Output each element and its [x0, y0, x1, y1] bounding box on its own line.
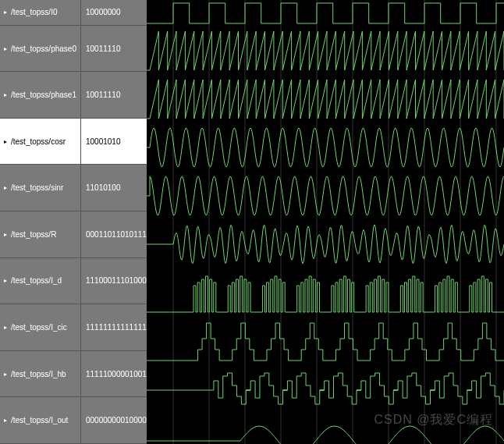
waveform-svg: [147, 0, 504, 444]
signal-name-cell[interactable]: ▸/test_topss/cosr: [0, 119, 81, 165]
signal-name-label: /test_topss/phase1: [11, 91, 76, 99]
expand-icon[interactable]: ▸: [2, 184, 9, 191]
signal-name-label: /test_topss/phase0: [11, 44, 76, 53]
signal-name-cell[interactable]: ▸/test_topss/I0: [0, 0, 81, 25]
signal-name-cell[interactable]: ▸/test_topss/sinr: [0, 165, 81, 211]
waveform-area[interactable]: [147, 0, 504, 444]
signal-name-cell[interactable]: ▸/test_topss/I_d: [0, 258, 81, 304]
signal-name-label: /test_topss/I_cic: [11, 323, 67, 332]
signal-name-cell[interactable]: ▸/test_topss/phase1: [0, 72, 81, 118]
signal-row[interactable]: ▸/test_topss/I_cic1111111111111111: [0, 304, 147, 351]
signal-value-label: 10011110: [86, 44, 121, 53]
signal-value-label: 10001010: [86, 137, 121, 146]
signal-value-label: 0000000001000010: [86, 416, 147, 424]
signal-value-label: 1111100000100101: [86, 370, 147, 378]
expand-icon[interactable]: ▸: [2, 138, 9, 145]
signal-name-cell[interactable]: ▸/test_topss/R: [0, 211, 81, 258]
signal-value-cell[interactable]: 10000000: [81, 0, 147, 25]
signal-name-label: /test_topss/I_hb: [11, 370, 66, 378]
signal-row[interactable]: ▸/test_topss/R00011011010111: [0, 211, 147, 258]
signal-value-label: 11100011101000: [86, 276, 147, 285]
signal-name-label: /test_topss/I_d: [11, 276, 62, 285]
expand-icon[interactable]: ▸: [2, 45, 9, 52]
signal-value-cell[interactable]: 10001010: [81, 119, 147, 165]
signal-value-label: 10000000: [86, 8, 121, 16]
signal-value-cell[interactable]: 11100011101000: [81, 258, 147, 304]
signal-name-label: /test_topss/I0: [11, 8, 57, 16]
signal-value-cell[interactable]: 00011011010111: [81, 211, 147, 258]
expand-icon[interactable]: ▸: [2, 91, 9, 98]
expand-icon[interactable]: ▸: [2, 371, 9, 378]
waveform-viewer: ▸/test_topss/I010000000▸/test_topss/phas…: [0, 0, 504, 444]
signal-value-label: 10011110: [86, 91, 121, 99]
signal-name-label: /test_topss/sinr: [11, 183, 63, 192]
signal-name-cell[interactable]: ▸/test_topss/I_hb: [0, 351, 81, 397]
signal-name-label: /test_topss/R: [11, 230, 56, 239]
signal-name-label: /test_topss/I_out: [11, 416, 68, 424]
signal-value-cell[interactable]: 1111100000100101: [81, 351, 147, 397]
signal-value-cell[interactable]: 10011110: [81, 72, 147, 118]
expand-icon[interactable]: ▸: [2, 417, 9, 424]
expand-icon[interactable]: ▸: [2, 231, 9, 238]
signal-name-cell[interactable]: ▸/test_topss/I_cic: [0, 304, 81, 350]
signal-row[interactable]: ▸/test_topss/I_out0000000001000010: [0, 397, 147, 444]
signal-value-cell[interactable]: 11010100: [81, 165, 147, 211]
signal-name-cell[interactable]: ▸/test_topss/I_out: [0, 397, 81, 443]
signal-row[interactable]: ▸/test_topss/phase010011110: [0, 26, 147, 73]
signal-row[interactable]: ▸/test_topss/I_d11100011101000: [0, 258, 147, 305]
signal-value-label: 1111111111111111: [86, 323, 147, 332]
signal-value-cell[interactable]: 0000000001000010: [81, 397, 147, 443]
signal-row[interactable]: ▸/test_topss/I_hb1111100000100101: [0, 351, 147, 398]
signal-row[interactable]: ▸/test_topss/sinr11010100: [0, 165, 147, 211]
signal-value-cell[interactable]: 1111111111111111: [81, 304, 147, 350]
signal-name-cell[interactable]: ▸/test_topss/phase0: [0, 26, 81, 72]
signal-row[interactable]: ▸/test_topss/phase110011110: [0, 72, 147, 119]
signal-row[interactable]: ▸/test_topss/cosr10001010: [0, 119, 147, 165]
signal-panel: ▸/test_topss/I010000000▸/test_topss/phas…: [0, 0, 147, 444]
signal-value-label: 11010100: [86, 183, 121, 192]
signal-value-label: 00011011010111: [86, 230, 147, 239]
expand-icon[interactable]: ▸: [2, 324, 9, 331]
expand-icon[interactable]: ▸: [2, 9, 9, 16]
signal-value-cell[interactable]: 10011110: [81, 26, 147, 72]
signal-name-label: /test_topss/cosr: [11, 137, 66, 146]
expand-icon[interactable]: ▸: [2, 277, 9, 284]
signal-row[interactable]: ▸/test_topss/I010000000: [0, 0, 147, 26]
